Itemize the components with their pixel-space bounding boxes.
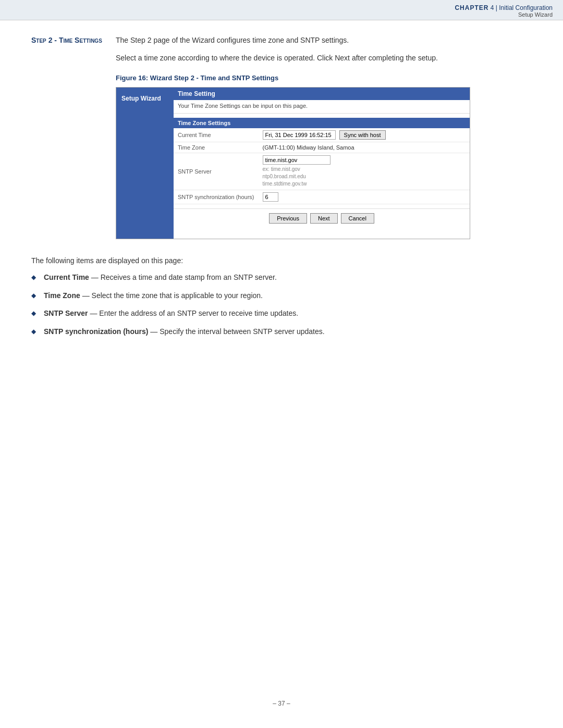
time-zone-label: Time Zone (174, 142, 259, 153)
figure-caption: Figure 16: Wizard Step 2 - Time and SNTP… (116, 74, 532, 82)
next-button[interactable]: Next (310, 213, 338, 224)
time-zone-settings-title: Time Zone Settings (174, 118, 470, 128)
step-description: The Step 2 page of the Wizard configures… (116, 36, 349, 44)
current-time-value (263, 132, 337, 138)
step-body: Select a time zone according to where th… (116, 53, 532, 64)
time-zone-value: (GMT-11:00) Midway Island, Samoa (259, 142, 470, 153)
sntp-server-input[interactable] (263, 155, 331, 165)
chapter-label: Chapter (455, 4, 488, 11)
sntp-example2: ntp0.broad.mit.edu (263, 173, 466, 180)
chapter-number: 4 (491, 4, 494, 11)
chapter-title: Initial Configuration (499, 4, 553, 11)
bullet-item: Time Zone — Select the time zone that is… (31, 290, 532, 301)
time-setting-title: Time Setting (174, 88, 470, 100)
wizard-sidebar-label: Setup Wizard (121, 95, 161, 102)
bullet-item: SNTP synchronization (hours) — Specify t… (31, 326, 532, 337)
sntp-examples: ex: time.nist.gov ntp0.broad.mit.edu tim… (263, 166, 466, 188)
time-setting-desc: Your Time Zone Settings can be input on … (174, 100, 470, 114)
main-content: Step 2 - Time Settings The Step 2 page o… (0, 20, 563, 364)
sntp-sync-row: SNTP synchronization (hours) (174, 190, 470, 204)
header-bar: Chapter 4 | Initial Configuration Setup … (0, 0, 563, 20)
page-number: – 37 – (273, 700, 290, 707)
wizard-main-panel: Time Setting Your Time Zone Settings can… (174, 88, 470, 239)
current-time-row: Current Time Sync with host (174, 128, 470, 142)
body-section: The following items are displayed on thi… (31, 255, 532, 337)
bullet-list: Current Time — Receives a time and date … (31, 272, 532, 337)
step-label: Step 2 - Time Settings (31, 36, 109, 44)
cancel-button[interactable]: Cancel (341, 213, 374, 224)
chapter-pipe: | (496, 4, 497, 11)
body-intro: The following items are displayed on thi… (31, 255, 532, 266)
header-section: Setup Wizard (10, 11, 553, 18)
sntp-example3: time.stdtime.gov.tw (263, 180, 466, 188)
previous-button[interactable]: Previous (269, 213, 307, 224)
step-body-text: Select a time zone according to where th… (116, 53, 532, 64)
bullet-item: SNTP Server — Enter the address of an SN… (31, 307, 532, 319)
wizard-footer: Previous Next Cancel (174, 208, 470, 228)
header-chapter: Chapter 4 | Initial Configuration (10, 4, 553, 11)
bullet-item: Current Time — Receives a time and date … (31, 272, 532, 283)
wizard-mockup: Setup Wizard Time Setting Your Time Zone… (116, 87, 470, 239)
page-footer: – 37 – (0, 700, 563, 707)
current-time-input[interactable] (263, 130, 336, 140)
sync-with-host-button[interactable]: Sync with host (339, 130, 386, 140)
time-zone-row: Time Zone (GMT-11:00) Midway Island, Sam… (174, 142, 470, 153)
sntp-sync-label: SNTP synchronization (hours) (174, 190, 259, 204)
sntp-sync-input[interactable] (263, 192, 278, 202)
sntp-server-row: SNTP Server ex: time.nist.gov ntp0.broad… (174, 153, 470, 190)
step-heading: Step 2 - Time Settings The Step 2 page o… (31, 36, 532, 44)
sntp-example1: ex: time.nist.gov (263, 166, 466, 173)
sntp-server-label: SNTP Server (174, 153, 259, 190)
current-time-label: Current Time (174, 128, 259, 142)
wizard-settings-table: Current Time Sync with host Time Zone (G… (174, 128, 470, 204)
wizard-sidebar: Setup Wizard (116, 88, 174, 239)
